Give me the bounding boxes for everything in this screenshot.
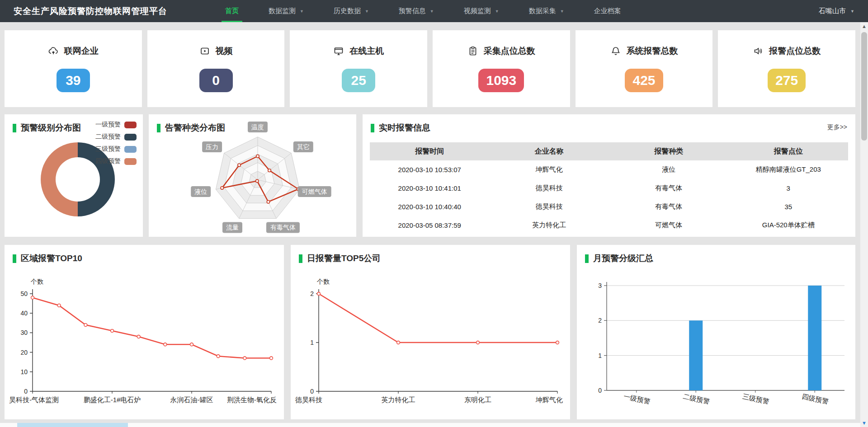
green-title-marker	[585, 254, 589, 263]
alarm-table-header: 报警时间企业名称报警种类报警点位	[370, 142, 848, 160]
x-axis-label: 昊科技-气体监测	[9, 396, 59, 404]
nav-item-label: 预警信息	[399, 7, 426, 15]
app-title: 安全生产风险预警防控物联网管理平台	[14, 5, 167, 17]
table-row[interactable]: 2020-03-05 08:37:59英力特化工可燃气体GIA-520单体贮槽	[370, 216, 848, 235]
stat-value: 25	[342, 69, 375, 92]
x-axis-label: 二级预警	[682, 392, 710, 405]
table-cell: 3	[729, 184, 849, 192]
svg-text:可燃气体: 可燃气体	[302, 188, 327, 195]
monthly-warning-bar-chart: 0123一级预警二级预警三级预警四级预警	[577, 267, 855, 417]
legend-swatch	[124, 122, 137, 128]
table-cell: 坤辉气化	[490, 165, 609, 174]
nav-item-label: 企业档案	[594, 7, 621, 15]
svg-text:0: 0	[24, 388, 28, 395]
table-cell: GIA-520单体贮槽	[729, 221, 849, 230]
legend-item[interactable]: 四级预警	[95, 157, 137, 165]
nav-item-5[interactable]: 数据采集▼	[523, 0, 571, 22]
nav-item-label: 视频监测	[464, 7, 491, 15]
legend-swatch	[124, 134, 137, 141]
table-cell: 有毒气体	[609, 184, 729, 192]
nav-item-2[interactable]: 历史数据▼	[327, 0, 375, 22]
stat-value: 275	[768, 69, 806, 92]
table-row[interactable]: 2020-03-10 10:53:07坤辉气化液位精醇南罐液位GT_203	[370, 160, 848, 179]
vertical-scrollbar[interactable]: ▲ ▼	[860, 22, 868, 427]
nav-item-label: 首页	[225, 7, 239, 15]
legend-item[interactable]: 三级预警	[95, 145, 137, 153]
nav-item-6[interactable]: 企业档案	[588, 0, 627, 22]
x-axis-label: 东明化工	[464, 396, 491, 404]
radar-axis-label: 流量	[222, 222, 242, 233]
scroll-up-icon[interactable]: ▲	[860, 22, 868, 30]
svg-text:2: 2	[598, 317, 602, 324]
table-cell: 2020-03-10 10:41:01	[370, 184, 490, 192]
stat-label: 视频	[216, 45, 233, 57]
panel-region-alarm-top10: 区域报警TOP10 01020304050个数昊科技-气体监测鹏盛化工-1#电石…	[5, 245, 284, 419]
alarm-table-body: 2020-03-10 10:53:07坤辉气化液位精醇南罐液位GT_203202…	[370, 160, 848, 235]
svg-text:其它: 其它	[297, 143, 310, 150]
radar-axis-label: 可燃气体	[298, 186, 331, 197]
nav-item-4[interactable]: 视频监测▼	[458, 0, 505, 22]
nav-item-1[interactable]: 数据监测▼	[262, 0, 310, 22]
stat-label: 报警点位总数	[769, 45, 821, 57]
radar-axis-label: 压力	[202, 141, 222, 152]
daily-alarm-line-chart: 012个数德昊科技英力特化工东明化工坤辉气化	[291, 267, 570, 417]
chevron-down-icon: ▼	[850, 9, 854, 14]
nav-item-label: 数据采集	[529, 7, 556, 15]
x-axis-label: 永润石油-罐区	[170, 396, 213, 404]
green-title-marker	[13, 254, 16, 263]
radar-axis-label: 温度	[248, 122, 268, 132]
svg-text:流量: 流量	[226, 224, 239, 231]
svg-text:个数: 个数	[30, 278, 43, 285]
horizontal-scrollbar[interactable]	[0, 423, 860, 427]
nav-item-label: 历史数据	[334, 7, 361, 15]
nav-item-3[interactable]: 预警信息▼	[392, 0, 440, 22]
panel-title: 日报警量TOP5公司	[307, 253, 381, 264]
stat-label: 系统报警总数	[627, 45, 678, 57]
legend-label: 一级预警	[95, 121, 121, 129]
x-axis-label: 鹏盛化工-1#电石炉	[84, 396, 141, 404]
radar-axis-label: 其它	[293, 141, 313, 152]
video-icon	[199, 46, 210, 56]
more-link[interactable]: 更多>>	[827, 123, 847, 131]
panel-realtime-alarms: 实时报警信息 更多>> 报警时间企业名称报警种类报警点位 2020-03-10 …	[363, 114, 855, 237]
table-cell: 2020-03-05 08:37:59	[370, 221, 490, 229]
legend-item[interactable]: 二级预警	[95, 133, 137, 141]
panel-daily-alarm-top5: 日报警量TOP5公司 012个数德昊科技英力特化工东明化工坤辉气化	[291, 245, 570, 419]
alarm-type-radar-chart: 温度其它可燃气体有毒气体流量液位压力	[149, 114, 356, 237]
svg-text:20: 20	[20, 349, 28, 356]
x-axis-label: 英力特化工	[382, 396, 415, 404]
green-title-marker	[13, 124, 16, 132]
x-axis-label: 荆洪生物-氧化反	[227, 396, 277, 404]
svg-text:1: 1	[310, 339, 314, 346]
svg-text:液位: 液位	[194, 188, 207, 195]
panel-title: 实时报警信息	[379, 122, 430, 134]
stat-card: 采集点位总数1093	[433, 30, 570, 107]
panel-title: 区域报警TOP10	[21, 253, 82, 264]
table-cell: 德昊科技	[490, 184, 609, 192]
table-row[interactable]: 2020-03-10 10:40:40德昊科技有毒气体35	[370, 197, 848, 216]
stat-value: 425	[625, 69, 663, 92]
region-selector[interactable]: 石嘴山市 ▼	[819, 7, 854, 15]
speaker-icon	[753, 46, 764, 56]
legend-label: 三级预警	[95, 145, 121, 153]
stat-card: 视频0	[147, 30, 285, 107]
legend-item[interactable]: 一级预警	[95, 121, 137, 129]
table-cell: 2020-03-10 10:53:07	[370, 166, 490, 174]
bell-icon	[610, 46, 621, 56]
table-row[interactable]: 2020-03-10 10:41:01德昊科技有毒气体3	[370, 179, 848, 197]
table-cell: 可燃气体	[609, 221, 729, 230]
donut-hole	[56, 157, 100, 202]
scroll-down-icon[interactable]: ▼	[860, 419, 868, 427]
donut-legend: 一级预警二级预警三级预警四级预警	[95, 121, 137, 165]
vertical-scroll-thumb[interactable]	[861, 32, 867, 141]
panel-monthly-warning-summary: 月预警分级汇总 0123一级预警二级预警三级预警四级预警	[577, 245, 855, 419]
x-axis-label: 坤辉气化	[535, 396, 563, 404]
green-title-marker	[299, 254, 302, 263]
region-label: 石嘴山市	[819, 7, 846, 15]
horizontal-scroll-thumb[interactable]	[17, 423, 128, 427]
x-axis-label: 四级预警	[801, 392, 829, 405]
stat-label: 采集点位总数	[484, 45, 535, 57]
clipboard-icon	[467, 46, 478, 56]
column-header: 企业名称	[490, 147, 609, 156]
nav-item-0[interactable]: 首页	[219, 0, 245, 22]
